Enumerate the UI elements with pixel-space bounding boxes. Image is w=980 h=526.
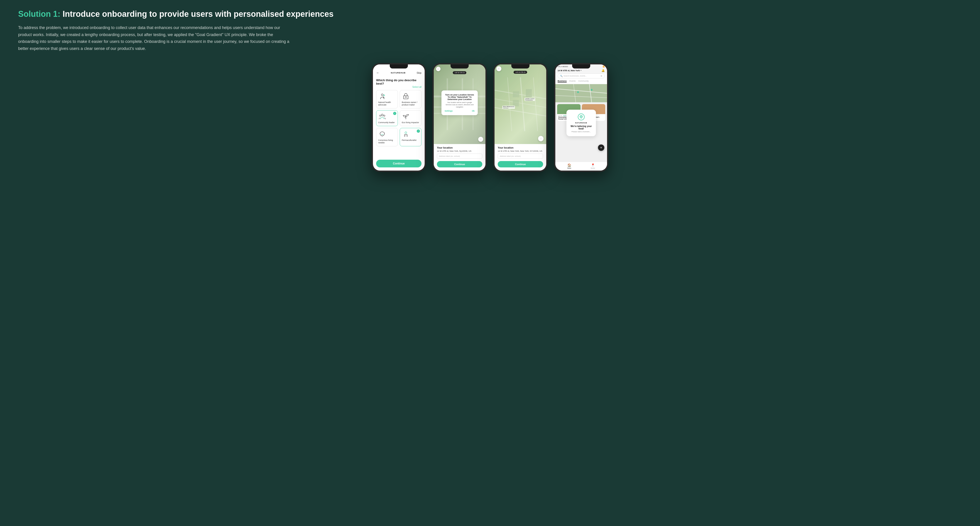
eco-living-label: Eco living Impactor	[402, 121, 419, 124]
skip-button-1[interactable]: Skip	[417, 72, 422, 74]
place-label-2: Jardim LuisonFontanaroa	[525, 98, 535, 101]
search-icon-4: 🔍	[560, 75, 563, 77]
map-area-2: ← 145 W 47th St Turn on your Location Se…	[434, 64, 485, 144]
tab-events[interactable]: Events	[570, 80, 576, 83]
back-icon-1[interactable]: ←	[376, 71, 380, 75]
permaculturalist-icon	[402, 130, 410, 138]
phone-notch-2	[450, 64, 469, 68]
p2-bottom: Your location 14 W 47th st, New York, Ny…	[434, 144, 485, 170]
map-pin-label-3: 145 W 47th St	[514, 71, 527, 74]
tab-community[interactable]: Community	[579, 80, 589, 83]
svg-point-18	[577, 91, 579, 93]
compass-icon-3: ⊕	[538, 136, 544, 141]
nearby-icon: 📍	[591, 163, 595, 167]
loading-subtitle: Please wait a moment...	[570, 130, 592, 132]
phone-screen-4: 9:41 4 MESES 📶 14 W 47th st, New York ▾ …	[555, 64, 607, 170]
loading-logo	[578, 113, 585, 121]
loading-modal: NATUREHUB We're tailoring your feed! Ple…	[566, 110, 596, 136]
popup-body-2: Your location will be used in google Ser…	[445, 102, 474, 108]
location-text-4: 14 W 47th st, New York	[558, 69, 580, 72]
popup-title-2: Turn on your Location Serves To Allow "N…	[445, 94, 474, 100]
svg-rect-2	[404, 96, 408, 99]
svg-point-19	[591, 89, 593, 91]
page-title: Solution 1: Introduce onboarding to prov…	[18, 9, 962, 19]
card-natural-health[interactable]: Natural health advocate	[376, 90, 398, 108]
search-bar-4[interactable]: 🔍 Search businesses, events... ⚙	[558, 73, 605, 78]
back-button-2[interactable]: ←	[436, 67, 441, 71]
title-main: Introduce onboarding to provide users wi…	[63, 9, 334, 19]
svg-point-0	[381, 94, 383, 96]
tabs-row: Business Events Community	[555, 80, 607, 84]
status-left: 9:41 4 MESES	[558, 66, 568, 68]
popup-actions: Settings Ok	[445, 110, 474, 112]
nearby-label: Nearby	[591, 167, 595, 169]
svg-point-5	[380, 115, 381, 116]
home-icon: 🏠	[567, 163, 571, 167]
phone-1: ← NATUREHUB Skip Which thing do you desc…	[372, 63, 426, 172]
feed-content: 21.4 ft · Open now Greenstreet Downtown …	[555, 84, 607, 162]
address-input-2[interactable]: Address label (ex, school)	[437, 154, 482, 159]
card-eco-living[interactable]: Eco living Impactor	[400, 110, 422, 126]
loading-title: We're tailoring your feed!	[570, 125, 592, 130]
select-all-button[interactable]: Select all	[376, 86, 422, 88]
location-address-2: 14 W 47th st, New York, Ny10036, US	[437, 150, 482, 152]
card-check-permaculturalist: ✓	[417, 130, 420, 133]
continue-button-1[interactable]: Continue	[376, 160, 422, 167]
ok-button[interactable]: Ok	[472, 110, 474, 112]
description-text: To address the problem, we introduced on…	[18, 24, 290, 52]
map-pin-label-2: 145 W 47th St	[453, 71, 466, 74]
status-icons: 📶	[603, 66, 605, 68]
phone-2: ← 145 W 47th St Turn on your Location Se…	[433, 63, 487, 172]
persona-grid: Natural health advocate Business owner /…	[376, 90, 422, 146]
home-label: Home	[567, 167, 571, 169]
compass-icon-2: ⊕	[478, 137, 483, 142]
phone-4: 9:41 4 MESES 📶 14 W 47th st, New York ▾ …	[554, 63, 608, 172]
phone-screen-1: ← NATUREHUB Skip Which thing do you desc…	[373, 64, 425, 170]
place-label-1: Plaza MadeirenseSiamese	[502, 106, 515, 109]
svg-point-6	[383, 115, 385, 116]
logo-1: NATUREHUB	[391, 72, 406, 74]
eco-living-icon	[402, 112, 410, 121]
community-leader-icon	[378, 112, 386, 121]
address-input-3[interactable]: Address label (ex, school)	[498, 154, 543, 159]
phone-screen-3: ← 145 W 47th St Plaza MadeirenseSiamese …	[495, 64, 546, 170]
card-conscious-living[interactable]: Conscious living newbie	[376, 128, 398, 146]
continue-button-2[interactable]: Continue	[437, 161, 482, 167]
card-permaculturalist[interactable]: ✓ Permaculturalist	[400, 128, 422, 146]
svg-point-7	[405, 132, 407, 133]
natural-health-icon	[378, 92, 386, 100]
permaculturalist-label: Permaculturalist	[402, 139, 417, 142]
conscious-living-icon	[378, 130, 386, 138]
fab-button[interactable]: +	[598, 145, 605, 151]
location-label-3: Your location	[498, 146, 543, 149]
tab-business[interactable]: Business	[558, 80, 567, 83]
loading-brand: NATUREHUB	[570, 122, 592, 123]
community-leader-label: Community leader	[378, 121, 395, 124]
svg-rect-3	[405, 97, 407, 97]
back-button-3[interactable]: ←	[496, 66, 501, 71]
phones-row: ← NATUREHUB Skip Which thing do you desc…	[18, 63, 962, 172]
card-community-leader[interactable]: ✓ Community leader	[376, 110, 398, 126]
p3-bottom: Your location 14 W 47th st, New York, Ne…	[495, 144, 546, 170]
business-owner-label: Business owner / product maker	[402, 101, 420, 106]
phone-notch-3	[511, 64, 530, 68]
map-area-3: ← 145 W 47th St Plaza MadeirenseSiamese …	[495, 64, 546, 144]
settings-button[interactable]: Settings	[445, 110, 453, 112]
location-address-3: 14 W 47th st, New York, New York, NY1003…	[498, 150, 543, 152]
nav-nearby[interactable]: 📍 Nearby	[591, 163, 595, 169]
card-business-owner[interactable]: Business owner / product maker	[400, 90, 422, 108]
business-owner-icon	[402, 92, 410, 100]
page-header: Solution 1: Introduce onboarding to prov…	[18, 9, 962, 52]
svg-rect-17	[555, 84, 607, 102]
bell-icon[interactable]: 🔔	[601, 69, 605, 72]
continue-button-3[interactable]: Continue	[498, 161, 543, 167]
location-label-2: Your location	[437, 146, 482, 149]
svg-point-4	[381, 114, 383, 116]
bottom-nav-4: 🏠 Home 📍 Nearby	[555, 162, 607, 170]
p4-header: 14 W 47th st, New York ▾ 🔔	[555, 68, 607, 73]
chevron-down-icon: ▾	[581, 69, 581, 72]
location-row: 14 W 47th st, New York ▾	[558, 69, 581, 72]
question-text: Which thing do you describe best?	[376, 78, 422, 85]
card-check-community: ✓	[393, 112, 396, 115]
nav-home[interactable]: 🏠 Home	[567, 163, 571, 169]
